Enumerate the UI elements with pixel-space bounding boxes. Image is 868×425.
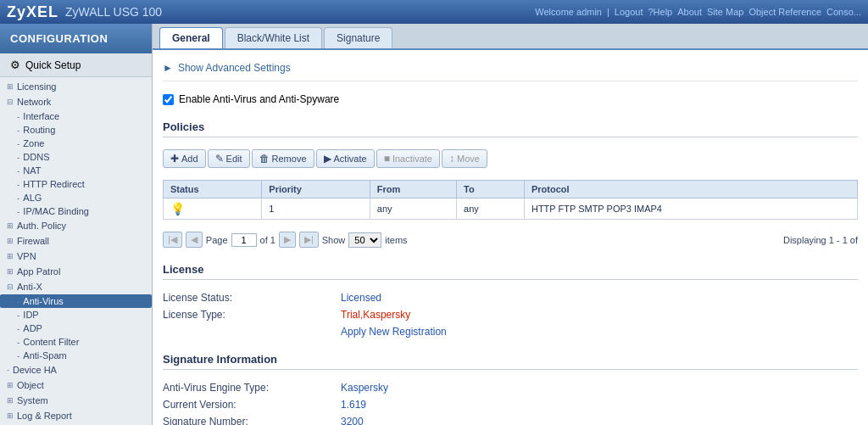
bullet-icon: - bbox=[17, 193, 19, 203]
sidebar-item-http-redirect[interactable]: - HTTP Redirect bbox=[0, 177, 152, 191]
sidebar-item-alg[interactable]: - ALG bbox=[0, 191, 152, 204]
sidebar-item-device-ha[interactable]: - Device HA bbox=[0, 362, 152, 377]
topbar-logo: ZyXEL ZyWALL USG 100 bbox=[7, 3, 162, 21]
table-row[interactable]: 💡 1 any any HTTP FTP SMTP POP3 IMAP4 bbox=[164, 199, 858, 220]
sidebar-item-system[interactable]: ⊞ System bbox=[0, 393, 152, 408]
first-page-btn[interactable]: |◀ bbox=[163, 232, 182, 248]
of-label: of 1 bbox=[260, 235, 275, 245]
sidebar-item-label: NAT bbox=[23, 165, 41, 176]
expand-icon: ⊞ bbox=[7, 267, 14, 276]
col-priority: Priority bbox=[262, 181, 370, 199]
sidebar-item-label: Zone bbox=[23, 138, 44, 148]
zyxel-brand: ZyXEL bbox=[7, 3, 58, 21]
expand-icon: - bbox=[7, 366, 9, 374]
show-advanced-link[interactable]: Show Advanced Settings bbox=[178, 62, 291, 74]
remove-label: Remove bbox=[272, 154, 307, 164]
next-page-btn[interactable]: ▶ bbox=[279, 232, 296, 248]
console-link[interactable]: Conso... bbox=[826, 7, 861, 17]
sidebar-item-ipmac[interactable]: - IP/MAC Binding bbox=[0, 204, 152, 218]
sidebar-item-anti-x[interactable]: ⊟ Anti-X bbox=[0, 279, 152, 294]
sidebar-item-ddns[interactable]: - DDNS bbox=[0, 150, 152, 164]
edit-button[interactable]: ✎ Edit bbox=[208, 149, 250, 168]
sidebar-item-network[interactable]: ⊟ Network bbox=[0, 94, 152, 109]
logout-link[interactable]: Logout bbox=[615, 7, 643, 17]
signature-number-value: 3200 bbox=[341, 416, 858, 425]
current-version-label: Current Version: bbox=[163, 399, 332, 411]
license-title: License bbox=[163, 263, 858, 280]
sidebar-item-label: ALG bbox=[23, 193, 42, 203]
sidebar-item-idp[interactable]: - IDP bbox=[0, 308, 152, 322]
sidebar-item-routing[interactable]: - Routing bbox=[0, 123, 152, 137]
sidebar-item-anti-virus[interactable]: - Anti-Virus bbox=[0, 294, 152, 308]
tab-general[interactable]: General bbox=[159, 27, 223, 48]
apply-new-reg-link[interactable]: Apply New Registration bbox=[341, 326, 858, 338]
sidebar-item-anti-spam[interactable]: - Anti-Spam bbox=[0, 349, 152, 362]
page-input[interactable] bbox=[231, 233, 257, 247]
tab-signature[interactable]: Signature bbox=[324, 27, 392, 48]
expand-icon: ⊟ bbox=[7, 282, 14, 291]
show-label: Show bbox=[322, 235, 346, 245]
content-area: General Black/White List Signature ► Sho… bbox=[153, 24, 868, 425]
sidebar-item-licensing[interactable]: ⊞ Licensing bbox=[0, 79, 152, 94]
welcome-text: Welcome admin bbox=[535, 7, 602, 17]
sidebar-item-content-filter[interactable]: - Content Filter bbox=[0, 335, 152, 349]
license-type-value: Trial,Kaspersky bbox=[341, 309, 858, 321]
tab-blackwhitelist[interactable]: Black/White List bbox=[225, 27, 322, 48]
product-name: ZyWALL USG 100 bbox=[65, 5, 162, 19]
sidebar-item-zone[interactable]: - Zone bbox=[0, 137, 152, 150]
sidebar-item-firewall[interactable]: ⊞ Firewall bbox=[0, 233, 152, 249]
sidebar-item-vpn[interactable]: ⊞ VPN bbox=[0, 249, 152, 264]
bullet-icon: - bbox=[17, 324, 19, 333]
sidebar-item-interface[interactable]: - Interface bbox=[0, 109, 152, 123]
activate-button[interactable]: ▶ Activate bbox=[316, 149, 375, 168]
col-to: To bbox=[457, 181, 525, 199]
expand-icon: ⊞ bbox=[7, 411, 14, 420]
add-label: Add bbox=[181, 154, 198, 164]
prev-page-btn[interactable]: ◀ bbox=[186, 232, 203, 248]
about-link[interactable]: About bbox=[677, 7, 702, 17]
main-layout: CONFIGURATION ⚙ Quick Setup ⊞ Licensing … bbox=[0, 24, 868, 425]
sidebar-item-auth-policy[interactable]: ⊞ Auth. Policy bbox=[0, 218, 152, 233]
help-link[interactable]: ?Help bbox=[648, 7, 673, 17]
quick-setup-item[interactable]: ⚙ Quick Setup bbox=[0, 53, 152, 77]
displaying-text: Displaying 1 - 1 of bbox=[783, 235, 858, 245]
sidebar-item-log-report[interactable]: ⊞ Log & Report bbox=[0, 408, 152, 423]
enable-checkbox[interactable] bbox=[163, 94, 174, 105]
sidebar-item-label: Interface bbox=[23, 111, 59, 121]
sidebar-item-nat[interactable]: - NAT bbox=[0, 164, 152, 177]
sidebar-item-label: Firewall bbox=[17, 236, 49, 246]
sidebar-item-label: ADP bbox=[23, 323, 42, 333]
expand-icon: ⊞ bbox=[7, 252, 14, 260]
inactivate-label: Inactivate bbox=[392, 154, 432, 164]
topbar: ZyXEL ZyWALL USG 100 Welcome admin | Log… bbox=[0, 0, 868, 24]
bullet-icon: - bbox=[17, 207, 19, 216]
remove-icon: 🗑 bbox=[259, 153, 270, 165]
move-button[interactable]: ↕ Move bbox=[442, 149, 487, 168]
items-label: items bbox=[385, 235, 407, 245]
show-select[interactable]: 50 bbox=[348, 232, 381, 248]
col-from: From bbox=[370, 181, 456, 199]
sidebar-item-adp[interactable]: - ADP bbox=[0, 322, 152, 335]
activate-label: Activate bbox=[334, 154, 367, 164]
sidebar-item-object[interactable]: ⊞ Object bbox=[0, 377, 152, 393]
add-button[interactable]: ✚ Add bbox=[163, 149, 206, 168]
signature-info: Anti-Virus Engine Type: Kaspersky Curren… bbox=[163, 378, 858, 425]
main-panel: ► Show Advanced Settings Enable Anti-Vir… bbox=[153, 50, 868, 425]
remove-button[interactable]: 🗑 Remove bbox=[252, 149, 314, 168]
sidebar-item-label: Content Filter bbox=[23, 337, 79, 347]
bullet-icon: - bbox=[17, 297, 19, 306]
expand-icon: ⊞ bbox=[7, 381, 14, 389]
sidebar-item-label: Auth. Policy bbox=[17, 221, 66, 231]
policies-title: Policies bbox=[163, 120, 858, 137]
expand-icon: ⊞ bbox=[7, 237, 14, 245]
separator: | bbox=[607, 7, 609, 17]
objref-link[interactable]: Object Reference bbox=[748, 7, 821, 17]
sidebar-item-label: Routing bbox=[23, 125, 55, 135]
sitemap-link[interactable]: Site Map bbox=[707, 7, 743, 17]
show-advanced-row: ► Show Advanced Settings bbox=[163, 59, 858, 81]
sidebar-item-label: DDNS bbox=[23, 152, 49, 162]
last-page-btn[interactable]: ▶| bbox=[299, 232, 319, 248]
sidebar-item-app-patrol[interactable]: ⊞ App Patrol bbox=[0, 264, 152, 279]
inactivate-button[interactable]: ■ Inactivate bbox=[376, 149, 440, 168]
sidebar-item-label: Licensing bbox=[17, 81, 56, 92]
